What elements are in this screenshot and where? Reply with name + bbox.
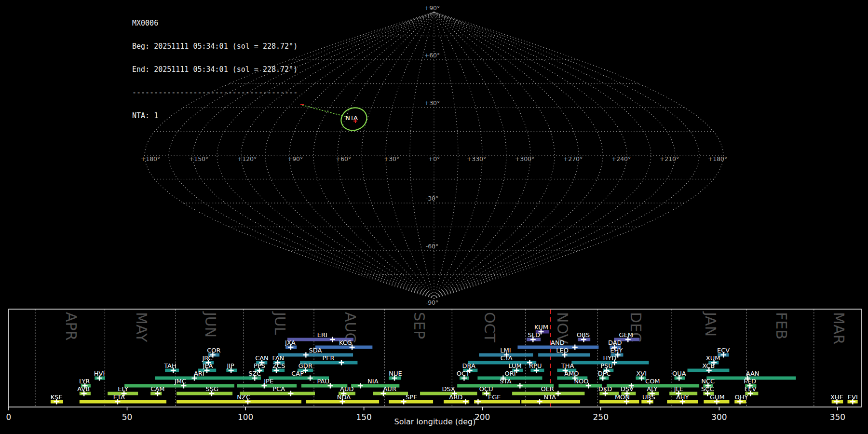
end-time: End: 20251111 05:34:01 (sol = 228.72°) [132, 66, 298, 73]
axis-tick-label: 0 [6, 412, 12, 422]
axis-tick-label: 100 [238, 412, 253, 422]
lon-label: +330° [467, 155, 487, 163]
shower-code-ELY: ELY [118, 385, 128, 393]
shower-code-JLE: JLE [674, 385, 683, 393]
activity-timeline-chart: Solar longitude (deg) APRMAYJUNJULAUGSEP… [0, 309, 868, 434]
shower-code-OCT: OCT [457, 370, 470, 377]
shower-code-URS: URS [642, 393, 655, 401]
axis-tick-label: 350 [830, 412, 845, 422]
axis-tick-label: 250 [593, 412, 609, 422]
month-label: MAY [133, 312, 150, 342]
shower-code-PAU: PAU [317, 378, 329, 385]
shower-code-SPE: SPE [406, 393, 417, 401]
axis-tick-label: 300 [711, 412, 727, 422]
shower-code-AUD: AUD [340, 385, 353, 393]
shower-code-LYR: LYR [79, 378, 90, 385]
x-axis-label: Solar longitude (deg) [394, 417, 476, 426]
radiant-nta: NTA [300, 104, 370, 134]
shower-code-OER: OER [541, 385, 554, 393]
month-label: OCT [481, 312, 498, 343]
shower-code-AND: AND [551, 339, 565, 346]
meteor-shower-plot: +180°+150°+120°+90°+60°+30°+0°+330°+300°… [0, 0, 868, 434]
shower-code-OCU: OCU [479, 385, 493, 393]
lat-label: +90° [424, 4, 440, 12]
month-label: JUN [202, 311, 219, 338]
shower-code-NCC: NCC [701, 378, 715, 385]
shower-code-XHE: XHE [830, 393, 843, 401]
shower-code-KSE: KSE [51, 393, 63, 401]
lon-label: +0° [428, 155, 440, 163]
shower-code-LUM: LUM [508, 362, 521, 369]
shower-code-EVI: EVI [848, 393, 858, 401]
axis-tick-label: 50 [122, 412, 133, 422]
lon-label: +60° [336, 155, 352, 163]
shower-code-JMC: JMC [174, 378, 186, 385]
shower-code-DRA: DRA [462, 362, 476, 369]
shower-code-FED: FED [744, 378, 756, 385]
shower-code-NOO: NOO [574, 378, 588, 385]
shower-code-NIA: NIA [367, 378, 379, 385]
lon-label: +90° [287, 155, 303, 163]
shower-code-OBS: OBS [577, 331, 590, 339]
shower-code-AHY: AHY [676, 393, 689, 401]
month-label: FEB [773, 312, 790, 339]
shower-code-ETA: ETA [113, 393, 125, 401]
shower-code-HYD: HYD [603, 354, 617, 362]
shower-code-GEM: GEM [619, 331, 634, 339]
lat-label: +30° [424, 99, 440, 107]
shower-code-JRC: JRC [202, 354, 212, 362]
shower-code-KUM: KUM [534, 324, 548, 331]
month-label: JUL [271, 311, 288, 335]
shower-code-JPE: JPE [263, 378, 273, 385]
lat-label: -30° [426, 195, 439, 202]
shower-code-PCA: PCA [272, 385, 285, 393]
shower-code-DPC: DPC [598, 370, 611, 377]
shower-code-KCG: KCG [339, 339, 352, 346]
shower-code-CTA: CTA [501, 354, 513, 362]
shower-code-CAP: CAP [291, 370, 304, 377]
shower-code-COM: COM [645, 378, 660, 385]
shower-code-TAH: TAH [163, 362, 176, 369]
month-label: APR [63, 312, 80, 340]
shower-code-XCB: XCB [702, 362, 715, 369]
shower-code-MON: MON [615, 393, 630, 401]
shower-bar-SSG [176, 392, 232, 395]
station-id: MX0006 [132, 19, 298, 27]
shower-code-ARI: ARI [194, 370, 204, 377]
shower-code-QUA: QUA [672, 370, 686, 377]
month-label: JAN [702, 311, 719, 337]
shower-code-PER: PER [322, 354, 334, 362]
shower-code-XVI: XVI [636, 370, 647, 377]
lon-label: +180° [141, 155, 161, 163]
header-separator: -------------------------------------- [132, 89, 298, 96]
shower-code-SZC: SZC [248, 370, 261, 377]
month-label: SEP [411, 312, 428, 339]
lon-label: +210° [660, 155, 679, 163]
month-label: MAR [830, 312, 847, 344]
shower-code-ZCS: ZCS [272, 362, 285, 369]
shower-count: NTA: 1 [132, 112, 298, 120]
shower-code-ORI: ORI [505, 370, 516, 377]
shower-code-OHY: OHY [735, 393, 748, 401]
shower-code-SSG: SSG [206, 385, 219, 393]
shower-code-ERI: ERI [317, 331, 327, 339]
shower-code-NTA: NTA [543, 393, 556, 401]
shower-code-SLD: SLD [528, 331, 541, 339]
lon-label: +180° [708, 155, 728, 163]
lat-label: -90° [426, 299, 439, 306]
shower-code-AMO: AMO [564, 370, 579, 377]
radiant-code-label: NTA [345, 114, 358, 122]
shower-code-ALY: ALY [647, 385, 657, 393]
axis-tick-label: 200 [475, 412, 490, 422]
shower-code-LMI: LMI [500, 347, 511, 354]
lon-label: +150° [189, 155, 209, 163]
shower-code-EHY: EHY [610, 347, 623, 354]
shower-code-DSX: DSX [442, 385, 455, 393]
shower-code-PPS: PPS [254, 362, 265, 369]
shower-code-NZC: NZC [237, 393, 250, 401]
shower-code-FEV: FEV [745, 385, 757, 393]
shower-code-LEO: LEO [556, 347, 569, 354]
lat-label: +60° [424, 52, 440, 59]
shower-code-NUE: NUE [389, 370, 402, 377]
shower-code-HVI: HVI [94, 370, 105, 377]
